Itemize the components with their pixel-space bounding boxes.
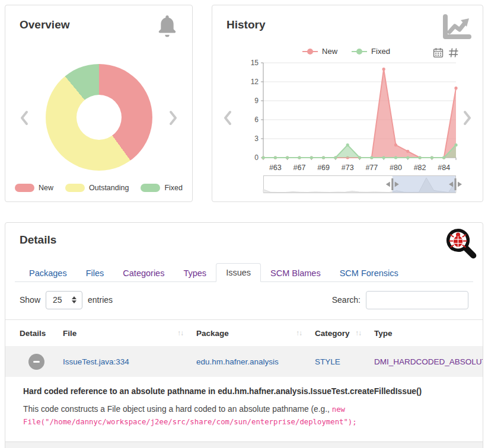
history-carousel-prev-icon[interactable]: [223, 110, 232, 126]
svg-text:0: 0: [254, 153, 259, 162]
tab-files[interactable]: Files: [76, 264, 114, 282]
collapse-row-button[interactable]: [28, 354, 44, 370]
bug-magnifier-icon: [444, 226, 477, 260]
column-header-details: Details: [20, 329, 63, 338]
new-swatch: [15, 184, 34, 192]
type-link[interactable]: DMI_HARDCODED_ABSOLUTE_FILENAME: [374, 357, 483, 366]
table-row: IssueTest.java:334 edu.hm.hafner.analysi…: [5, 346, 483, 377]
next-table-row: [5, 441, 483, 448]
tab-issues[interactable]: Issues: [216, 263, 261, 282]
overview-legend: New Outstanding Fixed: [5, 184, 192, 192]
sort-icon: ↑↓: [296, 329, 302, 337]
column-header-file[interactable]: File ↑↓: [63, 329, 196, 338]
bell-icon: [155, 14, 179, 40]
sort-icon: ↑↓: [177, 329, 183, 337]
svg-text:#80: #80: [390, 164, 402, 172]
search-input[interactable]: [366, 291, 468, 309]
column-header-type: Type: [374, 329, 483, 338]
package-link[interactable]: edu.hm.hafner.analysis: [196, 357, 279, 366]
legend-label: New: [322, 47, 337, 56]
issue-description: This code constructs a File object using…: [23, 403, 463, 428]
history-zoom-slider[interactable]: [263, 175, 456, 193]
category-link[interactable]: STYLE: [315, 357, 340, 366]
tab-packages[interactable]: Packages: [20, 264, 76, 282]
svg-text:#84: #84: [438, 164, 450, 172]
file-link[interactable]: IssueTest.java:334: [63, 357, 129, 366]
svg-text:6: 6: [254, 116, 259, 124]
new-series-marker: [302, 49, 318, 55]
overview-title: Overview: [20, 18, 70, 31]
details-tab-bar: Packages Files Categories Types Issues S…: [15, 263, 473, 282]
legend-label: Fixed: [371, 47, 390, 56]
tab-scm-blames[interactable]: SCM Blames: [261, 264, 330, 282]
history-title: History: [227, 18, 265, 31]
overview-carousel-prev-icon[interactable]: [20, 110, 29, 126]
page-length-select[interactable]: 25: [46, 291, 82, 309]
sort-icon: ↑↓: [355, 329, 361, 337]
show-label: Show: [20, 295, 40, 305]
history-carousel-next-icon[interactable]: [463, 110, 472, 126]
tab-categories[interactable]: Categories: [113, 264, 174, 282]
expanded-issue-details: Hard coded reference to an absolute path…: [5, 377, 483, 441]
svg-text:#73: #73: [342, 164, 354, 172]
svg-text:12: 12: [251, 78, 259, 86]
details-card: Details Packages Files Categories Types: [5, 222, 483, 448]
legend-label: Outstanding: [89, 184, 129, 192]
build-number-axis-icon[interactable]: [448, 47, 459, 58]
svg-text:#82: #82: [414, 164, 426, 172]
details-title: Details: [20, 233, 56, 247]
calendar-axis-icon[interactable]: [433, 47, 444, 58]
svg-text:#77: #77: [365, 164, 378, 172]
legend-item-fixed[interactable]: Fixed: [141, 184, 183, 192]
svg-text:9: 9: [254, 97, 259, 105]
legend-label: Fixed: [164, 184, 183, 192]
issue-headline: Hard coded reference to an absolute path…: [23, 387, 465, 396]
history-legend: New Fixed: [263, 47, 429, 56]
tab-types[interactable]: Types: [174, 264, 216, 282]
fixed-swatch: [141, 184, 160, 192]
legend-item-new[interactable]: New: [302, 47, 337, 56]
severity-donut-chart[interactable]: [46, 64, 152, 171]
page-length-value: 25: [53, 295, 62, 305]
search-label: Search:: [332, 295, 361, 305]
svg-text:#69: #69: [317, 164, 330, 172]
legend-item-new[interactable]: New: [15, 184, 53, 192]
select-stepper-icon: [72, 296, 76, 303]
entries-label: entries: [88, 295, 113, 305]
svg-text:3: 3: [254, 135, 259, 143]
outstanding-swatch: [65, 184, 85, 192]
search-control: Search:: [332, 291, 468, 309]
history-card: History New Fixed: [212, 5, 483, 202]
legend-item-outstanding[interactable]: Outstanding: [65, 184, 129, 192]
table-controls: Show 25 entries Search:: [20, 290, 468, 309]
overview-carousel-next-icon[interactable]: [168, 110, 178, 126]
legend-item-fixed[interactable]: Fixed: [352, 47, 390, 56]
svg-text:#63: #63: [269, 164, 282, 172]
issues-table: Details File ↑↓ Package ↑↓ Category ↑↓ T…: [5, 319, 483, 448]
table-header-row: Details File ↑↓ Package ↑↓ Category ↑↓ T…: [5, 320, 483, 346]
tab-scm-forensics[interactable]: SCM Forensics: [330, 264, 408, 282]
history-chart: 03691215#63#67#69#73#77#80#82#84: [244, 59, 458, 173]
page-length-control: Show 25 entries: [20, 291, 113, 309]
svg-text:15: 15: [251, 59, 259, 67]
svg-text:#67: #67: [294, 164, 306, 172]
legend-label: New: [39, 184, 53, 192]
trend-chart-icon: [441, 14, 472, 41]
column-header-category[interactable]: Category ↑↓: [315, 329, 374, 338]
overview-card: Overview New Outstanding Fix: [5, 5, 193, 202]
column-header-package[interactable]: Package ↑↓: [196, 329, 315, 338]
page: Overview New Outstanding Fix: [0, 0, 488, 448]
fixed-series-marker: [352, 49, 367, 55]
